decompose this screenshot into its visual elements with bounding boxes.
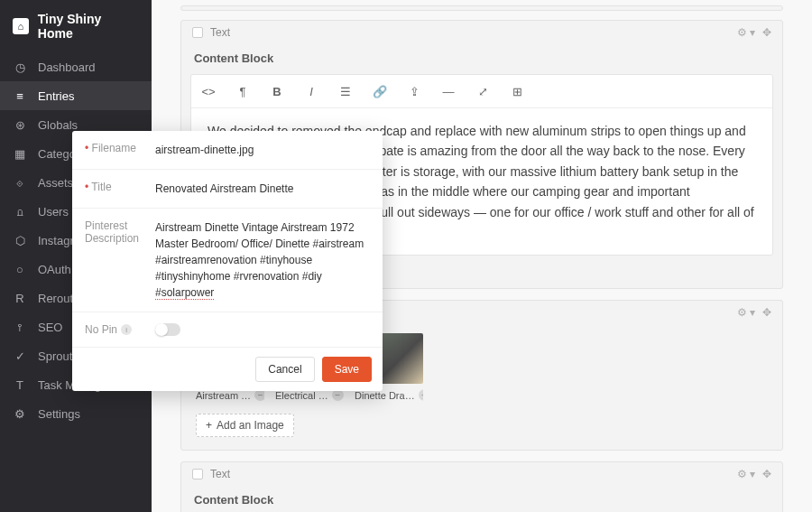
globe-icon: ⊛ bbox=[13, 117, 27, 132]
nopin-toggle[interactable] bbox=[155, 323, 180, 336]
remove-icon[interactable]: − bbox=[254, 389, 264, 401]
panel-header: Text ⚙ ▾ ✥ bbox=[181, 462, 782, 486]
users-icon: ⩍ bbox=[13, 204, 27, 219]
panel-type-label: Text bbox=[210, 26, 230, 39]
app-header: ⌂ Tiny Shiny Home bbox=[0, 0, 152, 52]
list-button[interactable]: ☰ bbox=[328, 75, 363, 107]
pinterest-description-input[interactable]: Airstream Dinette Vintage Airstream 1972… bbox=[155, 219, 370, 301]
pinterest-text-last: #solarpower bbox=[155, 286, 214, 300]
content-block-label: Content Block bbox=[181, 486, 782, 512]
grid-button[interactable]: ⊞ bbox=[500, 75, 534, 107]
paragraph-button[interactable]: ¶ bbox=[226, 75, 260, 107]
add-image-label: Add an Image bbox=[217, 419, 284, 432]
gear-icon: ⚙ bbox=[13, 406, 27, 421]
panel-sliver bbox=[180, 5, 783, 11]
field-label: Pinterest Description bbox=[85, 219, 155, 301]
app-title: Tiny Shiny Home bbox=[38, 12, 139, 41]
sidebar-item-label: Settings bbox=[38, 407, 80, 421]
hr-button[interactable]: — bbox=[431, 75, 466, 107]
circle-icon: ○ bbox=[13, 262, 27, 276]
check-icon: ✓ bbox=[13, 349, 27, 363]
list-icon: ≡ bbox=[13, 88, 27, 103]
thumb-caption: Airstream … bbox=[196, 390, 251, 401]
sidebar-item-dashboard[interactable]: ◷ Dashboard bbox=[0, 52, 152, 81]
code-button[interactable]: <> bbox=[191, 75, 226, 107]
sidebar-item-label: SEO bbox=[38, 321, 62, 334]
instagram-icon: ⬡ bbox=[13, 233, 27, 247]
task-icon: T bbox=[13, 377, 27, 392]
sidebar-item-label: Users bbox=[38, 205, 69, 219]
field-label: Title bbox=[85, 181, 155, 197]
sidebar-item-settings[interactable]: ⚙ Settings bbox=[0, 399, 152, 428]
panel-checkbox[interactable] bbox=[192, 469, 203, 479]
sidebar-item-label: Assets bbox=[38, 176, 73, 190]
field-label: No Pin i bbox=[85, 323, 155, 336]
move-icon[interactable]: ✥ bbox=[762, 306, 771, 319]
gear-icon[interactable]: ⚙ ▾ bbox=[737, 26, 755, 39]
sidebar-item-label: Dashboard bbox=[38, 61, 96, 74]
chart-icon: ⫯ bbox=[13, 320, 27, 334]
panel-checkbox[interactable] bbox=[192, 27, 203, 38]
bold-button[interactable]: B bbox=[260, 75, 294, 107]
pinterest-text: Airstream Dinette Vintage Airstream 1972… bbox=[155, 221, 364, 283]
sidebar-item-label: OAuth bbox=[38, 263, 71, 276]
title-input[interactable]: Renovated Airstream Dinette bbox=[155, 181, 370, 197]
filename-input[interactable]: airstream-dinette.jpg bbox=[155, 142, 370, 158]
add-image-button[interactable]: + Add an Image bbox=[196, 414, 294, 437]
sidebar-item-label: Globals bbox=[38, 118, 78, 132]
info-icon[interactable]: i bbox=[121, 324, 132, 335]
clock-icon: ◷ bbox=[13, 60, 27, 74]
move-icon[interactable]: ✥ bbox=[762, 468, 771, 480]
field-label: Filename bbox=[85, 142, 155, 158]
content-block-label: Content Block bbox=[181, 44, 782, 74]
remove-icon[interactable]: − bbox=[419, 389, 423, 401]
editor-toolbar: <> ¶ B I ☰ 🔗 ⇪ — ⤢ ⊞ bbox=[191, 75, 772, 108]
gear-icon[interactable]: ⚙ ▾ bbox=[737, 306, 755, 319]
expand-button[interactable]: ⤢ bbox=[466, 75, 500, 107]
plus-icon: + bbox=[206, 419, 212, 432]
upload-button[interactable]: ⇪ bbox=[397, 75, 431, 107]
sidebar-item-entries[interactable]: ≡ Entries bbox=[0, 81, 152, 110]
panel-header: Text ⚙ ▾ ✥ bbox=[181, 21, 782, 44]
thumb-caption: Dinette Dra… bbox=[355, 390, 415, 401]
reroute-icon: R bbox=[13, 291, 27, 305]
italic-button[interactable]: I bbox=[294, 75, 328, 107]
app-logo-icon: ⌂ bbox=[13, 18, 29, 34]
gear-icon[interactable]: ⚙ ▾ bbox=[737, 468, 755, 480]
text-content-panel-2: Text ⚙ ▾ ✥ Content Block bbox=[180, 461, 783, 512]
thumb-caption: Electrical … bbox=[275, 390, 328, 401]
cancel-button[interactable]: Cancel bbox=[255, 357, 314, 382]
link-button[interactable]: 🔗 bbox=[363, 75, 397, 107]
move-icon[interactable]: ✥ bbox=[762, 26, 771, 39]
panel-type-label: Text bbox=[210, 468, 230, 480]
grid-icon: ▦ bbox=[13, 146, 27, 161]
remove-icon[interactable]: − bbox=[332, 389, 344, 401]
nopin-label: No Pin bbox=[85, 323, 117, 336]
modal-footer: Cancel Save bbox=[72, 348, 383, 391]
image-icon: ⟐ bbox=[13, 175, 27, 190]
save-button[interactable]: Save bbox=[322, 357, 372, 382]
sidebar-item-label: Entries bbox=[38, 89, 74, 103]
asset-edit-modal: Filename airstream-dinette.jpg Title Ren… bbox=[72, 131, 383, 391]
